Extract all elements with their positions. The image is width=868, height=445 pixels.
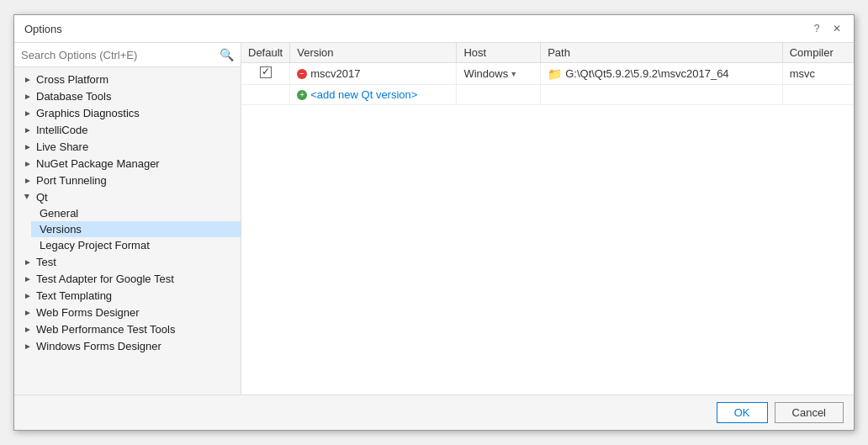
expand-arrow: ►	[21, 106, 34, 119]
col-default: Default	[241, 43, 290, 63]
dialog-content: 🔍 ► Cross Platform ► Database Tools ► Gr…	[14, 43, 854, 395]
sidebar-item-graphics-diagnostics[interactable]: ► Graphics Diagnostics	[14, 104, 241, 121]
sidebar-item-label: Web Performance Test Tools	[36, 323, 175, 336]
title-bar: Options ? ✕	[14, 15, 854, 43]
sidebar-item-label: General	[40, 207, 78, 220]
help-button[interactable]: ?	[810, 22, 823, 35]
table-row: mscv2017 Windows ▼	[241, 63, 854, 85]
sidebar-item-qt-general[interactable]: General	[31, 205, 241, 221]
search-bar: 🔍	[14, 43, 241, 67]
sidebar-item-intellicode[interactable]: ► IntelliCode	[14, 121, 241, 138]
version-name: mscv2017	[297, 67, 449, 80]
sidebar-item-label: Test	[36, 256, 56, 268]
path-value: G:\Qt\Qt5.9.2\5.9.2\msvc2017_64	[565, 67, 728, 80]
expand-arrow: ►	[21, 289, 34, 302]
sidebar-item-label: Web Forms Designer	[36, 306, 140, 319]
sidebar-item-windows-forms-designer[interactable]: ► Windows Forms Designer	[14, 337, 241, 354]
version-cell: mscv2017	[290, 63, 457, 85]
sidebar-item-port-tunneling[interactable]: ► Port Tunneling	[14, 172, 241, 188]
add-path-cell	[541, 85, 783, 105]
host-value: Windows	[463, 67, 508, 80]
tree-container[interactable]: ► Cross Platform ► Database Tools ► Grap…	[14, 67, 241, 395]
red-minus-icon	[297, 69, 307, 79]
sidebar-item-test[interactable]: ► Test	[14, 253, 241, 270]
sidebar-item-label: Port Tunneling	[36, 174, 107, 187]
sidebar-item-qt[interactable]: ► Qt	[14, 188, 241, 205]
col-compiler: Compiler	[782, 43, 854, 63]
expand-arrow: ►	[21, 272, 34, 285]
folder-icon: 📁	[548, 67, 562, 81]
sidebar-item-label: Live Share	[36, 140, 88, 153]
versions-table: Default Version Host Path Compiler	[241, 43, 854, 105]
col-version: Version	[290, 43, 457, 63]
host-cell: Windows ▼	[457, 63, 541, 85]
add-host-cell	[457, 85, 541, 105]
left-panel: 🔍 ► Cross Platform ► Database Tools ► Gr…	[14, 43, 241, 395]
sidebar-item-database-tools[interactable]: ► Database Tools	[14, 87, 241, 104]
cancel-button[interactable]: Cancel	[775, 402, 844, 423]
expand-arrow: ►	[21, 156, 34, 170]
green-plus-icon	[297, 90, 307, 100]
expand-arrow: ►	[21, 173, 34, 187]
sidebar-item-web-performance[interactable]: ► Web Performance Test Tools	[14, 321, 241, 337]
search-input[interactable]	[21, 49, 220, 61]
default-checkbox-cell[interactable]	[241, 63, 290, 85]
expand-arrow: ►	[21, 89, 34, 103]
sidebar-item-label: IntelliCode	[36, 124, 87, 136]
compiler-cell: msvc	[782, 63, 854, 85]
sidebar-item-cross-platform[interactable]: ► Cross Platform	[14, 71, 241, 87]
sidebar-item-label: Legacy Project Format	[40, 239, 150, 252]
expand-arrow: ►	[21, 123, 34, 136]
dialog-footer: OK Cancel	[14, 395, 854, 430]
search-icon: 🔍	[220, 48, 234, 61]
chevron-down-icon: ▼	[510, 70, 517, 78]
sidebar-item-label: Test Adapter for Google Test	[36, 273, 174, 285]
path-value-container: 📁 G:\Qt\Qt5.9.2\5.9.2\msvc2017_64	[548, 67, 775, 81]
host-dropdown[interactable]: Windows ▼	[463, 67, 533, 80]
dialog-title: Options	[24, 23, 62, 35]
sidebar-item-nuget[interactable]: ► NuGet Package Manager	[14, 155, 241, 172]
table-container: Default Version Host Path Compiler	[241, 43, 854, 395]
version-label: mscv2017	[310, 67, 360, 80]
expand-arrow: ►	[21, 305, 34, 319]
expand-arrow: ►	[21, 255, 34, 268]
sidebar-item-qt-legacy[interactable]: Legacy Project Format	[31, 237, 241, 253]
dialog-body: 🔍 ► Cross Platform ► Database Tools ► Gr…	[14, 43, 854, 430]
sidebar-item-qt-versions[interactable]: Versions	[31, 221, 241, 237]
sidebar-item-text-templating[interactable]: ► Text Templating	[14, 287, 241, 304]
sidebar-item-test-adapter-google[interactable]: ► Test Adapter for Google Test	[14, 270, 241, 287]
right-panel: Default Version Host Path Compiler	[241, 43, 854, 395]
col-host: Host	[457, 43, 541, 63]
compiler-value: msvc	[790, 67, 815, 80]
sidebar-item-label: Qt	[36, 191, 48, 204]
col-path: Path	[541, 43, 783, 63]
expand-arrow: ►	[21, 140, 34, 153]
ok-button[interactable]: OK	[717, 402, 768, 423]
sidebar-item-label: Versions	[40, 223, 82, 236]
sidebar-item-label: Graphics Diagnostics	[36, 107, 140, 119]
sidebar-item-web-forms-designer[interactable]: ► Web Forms Designer	[14, 304, 241, 321]
expand-arrow: ►	[21, 190, 34, 204]
add-version-row[interactable]: <add new Qt version>	[241, 85, 854, 105]
add-version-cell[interactable]: <add new Qt version>	[290, 85, 457, 105]
sidebar-item-label: NuGet Package Manager	[36, 157, 160, 170]
close-button[interactable]: ✕	[830, 22, 844, 35]
sidebar-item-label: Text Templating	[36, 289, 112, 302]
sidebar-item-label: Cross Platform	[36, 73, 108, 86]
add-version-label[interactable]: <add new Qt version>	[297, 88, 449, 101]
expand-arrow: ►	[21, 339, 34, 352]
expand-arrow: ►	[21, 72, 34, 86]
add-default-cell	[241, 85, 290, 105]
sidebar-item-label: Windows Forms Designer	[36, 340, 161, 352]
add-compiler-cell	[782, 85, 854, 105]
default-checkbox[interactable]	[260, 66, 272, 78]
title-bar-controls: ? ✕	[810, 22, 844, 35]
expand-arrow: ►	[21, 322, 34, 336]
sidebar-item-live-share[interactable]: ► Live Share	[14, 138, 241, 155]
sidebar-item-label: Database Tools	[36, 90, 111, 103]
options-dialog: Options ? ✕ 🔍 ► Cross Platform	[13, 14, 855, 431]
add-version-text[interactable]: <add new Qt version>	[310, 88, 417, 101]
path-cell: 📁 G:\Qt\Qt5.9.2\5.9.2\msvc2017_64	[541, 63, 783, 85]
